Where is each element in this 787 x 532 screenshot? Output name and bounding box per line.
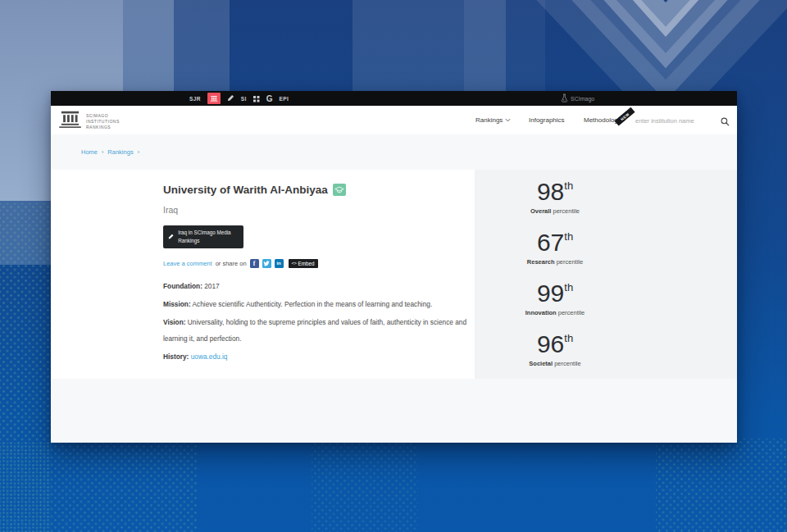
breadcrumb-rankings[interactable]: Rankings (107, 148, 133, 156)
percentile-column: 98th Overall percentile 67th Research pe… (473, 170, 637, 367)
page-title: University of Warith Al-Anbiyaa (163, 184, 489, 196)
breadcrumb-separator: › (138, 149, 139, 155)
dot-pattern (656, 439, 787, 532)
percentile-value: 67th (473, 229, 637, 257)
nav-infographics[interactable]: Infographics (529, 116, 565, 124)
percentile-value: 99th (473, 280, 637, 307)
sjr-link[interactable]: SJR (189, 96, 201, 102)
foundation-value: 2017 (204, 282, 219, 290)
twitter-icon[interactable] (262, 259, 271, 268)
background-band (464, 0, 506, 91)
logo-wordmark: SCIMAGO INSTITUTIONS RANKINGS (86, 113, 120, 130)
columns-icon (58, 110, 82, 132)
pen-icon[interactable] (227, 94, 234, 102)
site-header: SCIMAGO INSTITUTIONS RANKINGS Rankings I… (51, 106, 737, 134)
scimago-product-bar: SJR (51, 91, 737, 106)
percentile-overall: 98th Overall percentile (473, 178, 637, 215)
embed-label: Embed (298, 261, 315, 266)
breadcrumb-separator: › (102, 149, 103, 155)
pen-icon (168, 233, 174, 240)
nav-infographics-label: Infographics (529, 116, 565, 124)
percentile-label: Innovation percentile (473, 309, 637, 316)
percentile-label: Overall percentile (473, 207, 637, 215)
share-row: Leave a comment or share on f in <> Embe… (163, 259, 489, 268)
mission-value: Achieve scientific Authenticity. Perfect… (193, 300, 433, 308)
desktop-background: SJR (0, 0, 787, 532)
embed-button[interactable]: <> Embed (289, 259, 318, 268)
graduation-cap-icon (334, 186, 344, 194)
history-field: History: uowa.edu.iq (163, 348, 489, 365)
facebook-icon[interactable]: f (250, 259, 259, 268)
sir-columns-icon[interactable] (207, 93, 221, 104)
epi-link[interactable]: EPI (280, 96, 289, 102)
linkedin-icon[interactable]: in (275, 259, 284, 268)
dot-pattern (312, 433, 418, 532)
g-link[interactable]: G (266, 94, 273, 103)
institution-name: University of Warith Al-Anbiyaa (163, 184, 328, 196)
nav-rankings[interactable]: Rankings (475, 116, 511, 124)
code-icon: <> (292, 261, 297, 266)
institution-content: University of Warith Al-Anbiyaa Iraq Ira… (163, 170, 489, 365)
scimago-lab-icon (561, 93, 568, 103)
nav-rankings-label: Rankings (475, 116, 503, 124)
mission-field: Mission: Achieve scientific Authenticity… (163, 296, 489, 312)
product-links: SJR (189, 91, 289, 106)
foundation-label: Foundation: (163, 282, 202, 290)
share-text: or share on (216, 260, 247, 267)
footer-strip (51, 379, 737, 443)
background-band (353, 0, 464, 91)
percentile-value: 96th (473, 330, 637, 358)
grid-icon[interactable] (253, 95, 260, 102)
vision-label: Vision: (163, 318, 186, 326)
institution-fields: Foundation: 2017 Mission: Achieve scient… (163, 278, 489, 365)
percentile-innovation: 99th Innovation percentile (473, 280, 637, 316)
media-rankings-button[interactable]: Iraq in SCImago Media Rankings (163, 225, 243, 248)
percentile-label: Research percentile (473, 258, 637, 266)
history-link[interactable]: uowa.edu.iq (191, 352, 228, 361)
percentile-label: Societal percentile (473, 360, 637, 367)
percentile-societal: 96th Societal percentile (473, 330, 637, 367)
dot-pattern (0, 443, 197, 532)
breadcrumb-home[interactable]: Home (81, 148, 98, 156)
sir-logo[interactable]: SCIMAGO INSTITUTIONS RANKINGS (58, 110, 120, 132)
chevron-down-icon (505, 118, 511, 122)
higher-education-badge (333, 184, 346, 196)
country-label: Iraq (163, 205, 489, 215)
percentile-research: 67th Research percentile (473, 229, 637, 266)
history-label: History: (163, 352, 189, 361)
leave-comment-link[interactable]: Leave a comment (163, 260, 212, 267)
vision-value: Universality, holding to the supreme pri… (163, 318, 466, 343)
scimago-brand[interactable]: SCImago (561, 91, 594, 106)
percentile-value: 98th (473, 178, 637, 206)
vision-field: Vision: Universality, holding to the sup… (163, 314, 489, 347)
search-icon[interactable] (721, 115, 730, 130)
media-rankings-label: Iraq in SCImago Media Rankings (178, 229, 239, 245)
breadcrumb: Home › Rankings › (51, 134, 737, 170)
scimago-brand-label: SCImago (571, 96, 594, 102)
si-link[interactable]: SI (241, 96, 247, 102)
scimago-page: SJR (51, 91, 737, 443)
search-input[interactable] (634, 113, 717, 128)
foundation-field: Foundation: 2017 (163, 278, 489, 294)
mission-label: Mission: (163, 300, 191, 308)
